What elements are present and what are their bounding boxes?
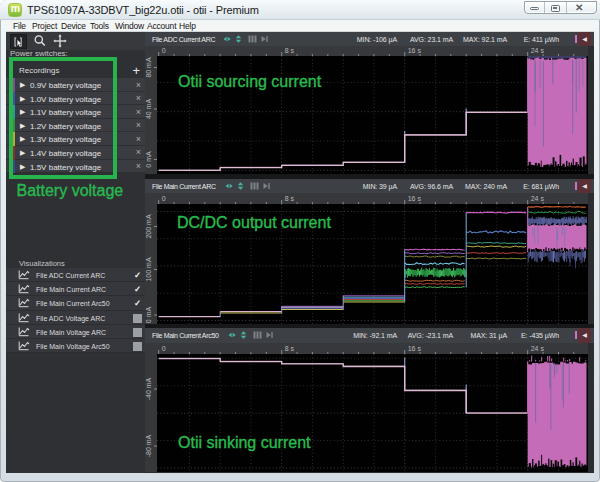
svg-text:16 s: 16 s (408, 345, 422, 352)
svg-text:100 mA: 100 mA (145, 257, 152, 281)
svg-text:200 mA: 200 mA (145, 214, 152, 238)
svg-text:16 s: 16 s (408, 195, 422, 202)
svg-text:8 s: 8 s (285, 195, 295, 202)
svg-text:-80 mA: -80 mA (145, 434, 152, 457)
svg-text:0: 0 (162, 345, 166, 352)
svg-text:80 mA: 80 mA (145, 57, 152, 78)
svg-text:8 s: 8 s (285, 47, 295, 54)
svg-text:24 s: 24 s (531, 345, 545, 352)
svg-text:24 s: 24 s (531, 195, 545, 202)
svg-text:-40 mA: -40 mA (145, 377, 152, 400)
svg-text:16 s: 16 s (408, 47, 422, 54)
svg-text:24 s: 24 s (531, 47, 545, 54)
svg-text:0: 0 (162, 47, 166, 54)
svg-text:0: 0 (162, 195, 166, 202)
svg-text:8 s: 8 s (285, 345, 295, 352)
svg-text:40 mA: 40 mA (145, 99, 152, 120)
svg-text:0 mA: 0 mA (145, 151, 152, 168)
svg-text:0 mA: 0 mA (145, 307, 152, 324)
